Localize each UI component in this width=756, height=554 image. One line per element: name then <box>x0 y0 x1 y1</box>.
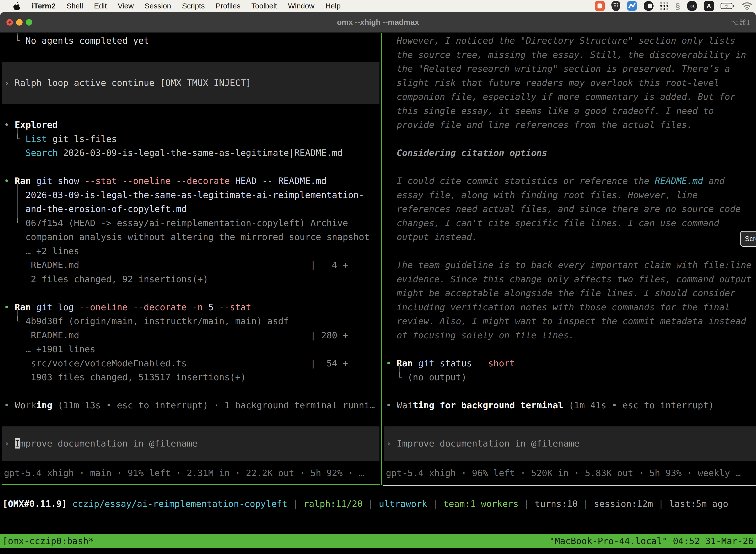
macos-menu-bar: iTerm2ShellEditViewSessionScriptsProfile… <box>0 0 756 12</box>
pane-divider[interactable] <box>381 33 382 485</box>
menu-item-view[interactable]: View <box>118 2 134 10</box>
a-badge[interactable]: A <box>704 1 714 11</box>
menu-item-window[interactable]: Window <box>288 2 315 10</box>
elided-lines: … +2 lines <box>4 244 79 258</box>
left-prompt-text[interactable]: › Improve documentation in @filename <box>4 437 197 451</box>
right-pane-border <box>383 485 756 486</box>
agents-summary-line: └ No agents completed yet <box>4 34 149 48</box>
reasoning-line: the "Related research writing" section i… <box>386 62 730 76</box>
commit-line: └ 067f154 (HEAD -> essay/ai-reimplementa… <box>4 216 348 230</box>
reasoning-line: companion file, especially if more comme… <box>386 90 736 104</box>
screen: iTerm2ShellEditViewSessionScriptsProfile… <box>0 0 756 554</box>
reasoning-line: slight risk that future readers may over… <box>386 76 719 90</box>
reasoning-line: I could cite commit statistics or refere… <box>386 174 724 188</box>
menu-item-session[interactable]: Session <box>145 2 171 10</box>
no-output-line: └ (no output) <box>386 370 466 384</box>
reasoning-heading: Considering citation options <box>386 146 547 160</box>
reasoning-line: output instead. <box>386 230 477 244</box>
reasoning-line: the source tree, missing the essay. Stil… <box>386 48 746 62</box>
log-stat-readme: README.md | 280 + <box>4 328 348 342</box>
menu-item-toolbelt[interactable]: Toolbelt <box>252 2 277 10</box>
explored-list-line: └ List git ls-files <box>4 132 117 146</box>
dots-grid-icon[interactable] <box>660 2 669 10</box>
ran-git-show-line: • Ran git show --stat --oneline --decora… <box>4 174 327 188</box>
screen-share-overlay[interactable]: Scre <box>740 231 756 247</box>
reasoning-line: including verification notes with those … <box>386 300 730 315</box>
record-icon[interactable] <box>595 1 605 11</box>
reasoning-line: changes, I can't cite specific file line… <box>386 216 719 230</box>
reasoning-line: of focusing solely on file lines. <box>386 328 574 342</box>
log-elided-lines: … +1901 lines <box>4 342 95 356</box>
shield-grid-icon[interactable] <box>611 1 620 11</box>
ralph-loop-line: › Ralph loop active continue [OMX_TMUX_I… <box>4 76 251 90</box>
menu-items: iTerm2ShellEditViewSessionScriptsProfile… <box>21 2 340 10</box>
ran-git-status-line: • Ran git status --short <box>386 356 515 371</box>
crescent-app-icon[interactable] <box>644 1 653 11</box>
left-pane-border <box>2 484 380 485</box>
essay-filename-line-2: and-the-erosion-of-copyleft.md <box>4 202 187 216</box>
reasoning-line: might be acceptable alongside the file l… <box>386 286 736 300</box>
wifi-icon[interactable] <box>742 2 753 10</box>
left-working-status: • Working (11m 13s • esc to interrupt) ·… <box>4 398 375 412</box>
percent-61-badge[interactable]: .61 <box>687 1 697 11</box>
log-stat-voice: src/voice/voiceModeEnabled.ts | 54 + <box>4 356 348 371</box>
reasoning-line: review. Also, I might want to inspect th… <box>386 314 746 328</box>
tmux-host-clock: "MacBook-Pro-44.local" 04:52 31-Mar-26 <box>549 536 754 546</box>
window-title: omx --xhigh --madmax <box>0 12 756 33</box>
menu-item-help[interactable]: Help <box>325 2 341 10</box>
squiggle-icon[interactable]: § <box>675 1 680 11</box>
reasoning-line: this single essay, it seems like a good … <box>386 104 714 118</box>
menu-item-iterm2[interactable]: iTerm2 <box>32 2 56 10</box>
right-waiting-status: • Waiting for background terminal (1m 41… <box>386 398 714 412</box>
apple-icon[interactable] <box>13 1 21 10</box>
menu-bar-status-icons: § .61 A ϟ <box>595 1 753 11</box>
reasoning-line: provide file and line references from th… <box>386 118 692 132</box>
commit-line-2: companion analysis without altering the … <box>4 230 370 244</box>
terminal-content[interactable]: └ No agents completed yet› Ralph loop ac… <box>0 33 756 554</box>
essay-filename-line-1: 2026-03-09-is-legal-the-same-as-legitima… <box>4 188 364 202</box>
menu-item-edit[interactable]: Edit <box>94 2 107 10</box>
reasoning-line: essay file, along with finding root file… <box>386 188 698 202</box>
log-commit-line: └ 4b9d30f (origin/main, instructkr/main,… <box>4 314 289 328</box>
reasoning-line: references need actual files, and since … <box>386 202 741 216</box>
window-shortcut-badge: ⌥⌘1 <box>731 12 751 33</box>
menu-item-shell[interactable]: Shell <box>66 2 83 10</box>
reasoning-line: evidence. Since this change only affects… <box>386 272 752 286</box>
tmux-session-label[interactable]: [omx-cczip0:bash* <box>2 536 94 546</box>
right-session-status: gpt-5.4 xhigh · 96% left · 520K in · 5.8… <box>386 466 741 480</box>
blue-app-icon[interactable] <box>627 1 637 11</box>
iterm-window: omx --xhigh --madmax ⌥⌘1 └ No agents com… <box>0 12 756 554</box>
explored-header: • Explored <box>4 118 58 132</box>
menu-item-profiles[interactable]: Profiles <box>215 2 240 10</box>
ran-git-log-line: • Ran git log --oneline --decorate -n 5 … <box>4 300 251 315</box>
stat-summary: 2 files changed, 92 insertions(+) <box>4 272 208 286</box>
stat-line-readme: README.md | 4 + <box>4 258 348 272</box>
explored-search-line: Search 2026-03-09-is-legal-the-same-as-l… <box>4 146 342 160</box>
battery-icon[interactable]: ϟ <box>720 2 735 9</box>
omx-status-line: [OMX#0.11.9] cczip/essay/ai-reimplementa… <box>2 497 728 511</box>
reasoning-line: The team guideline is to back every impo… <box>386 258 752 272</box>
menu-item-scripts[interactable]: Scripts <box>182 2 205 10</box>
right-prompt-text[interactable]: › Improve documentation in @filename <box>386 437 579 451</box>
left-session-status: gpt-5.4 xhigh · main · 91% left · 2.31M … <box>4 466 364 480</box>
log-stat-summary: 1903 files changed, 513517 insertions(+) <box>4 370 246 384</box>
tmux-status-bar: [omx-cczip0:bash* "MacBook-Pro-44.local"… <box>0 534 756 548</box>
reasoning-line: However, I noticed the "Directory Struct… <box>386 34 736 48</box>
window-title-bar[interactable]: omx --xhigh --madmax ⌥⌘1 <box>0 12 756 33</box>
